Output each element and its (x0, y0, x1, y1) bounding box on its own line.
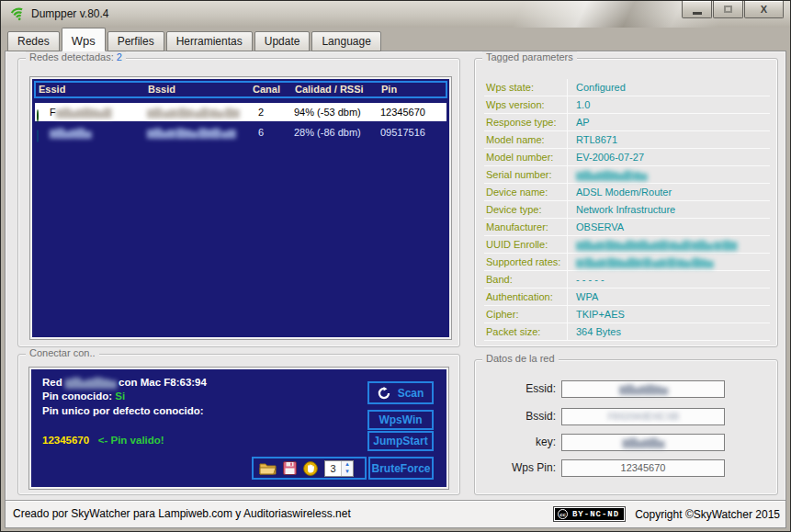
manufacturer-value: OBSERVA (576, 219, 624, 235)
authentication-value: WPA (576, 289, 598, 305)
status-right-group: cc BY-NC-ND Copyright ©SkyWatcher 2015 (553, 501, 780, 527)
redes-detectadas-label: Redes detectadas: (29, 51, 114, 62)
network-row-2[interactable]: ▆▇▅▆▇▅ ▆▇▅▆.▇▆▅.▇▆▇.▅▆ 6 28% (-86 dbm) 0… (35, 123, 446, 141)
datos-red-groupbox: Datos de la red Essid: ▆▇▅▆▇▆▅ Bssid: F8… (474, 359, 778, 495)
attempts-value: 3 (325, 461, 341, 476)
param-row: Manufacturer:OBSERVA (484, 219, 770, 236)
calidad-cell: 28% (-86 dbm) (294, 123, 361, 141)
tab-language[interactable]: Language (311, 31, 380, 51)
save-icon[interactable] (283, 461, 297, 475)
conectar-groupbox: Conectar con.. Red ▆▇▅▆▇▆▅ con Mac F8:63… (17, 354, 460, 495)
column-canal[interactable]: Canal (253, 83, 280, 96)
jumpstart-button[interactable]: JumpStart (367, 431, 434, 451)
essid-cell: ▆▇▅▆▇▅ (50, 123, 91, 141)
wpswin-button[interactable]: WpsWin (367, 410, 434, 430)
param-row: Cipher:TKIP+AES (484, 306, 770, 323)
pin-cell: 12345670 (380, 103, 425, 121)
param-row: Device name:ADSL Modem/Router (484, 184, 770, 201)
param-row: Packet size:364 Bytes (484, 323, 770, 341)
valid-pin-value: 12345670 (42, 435, 89, 446)
column-calidad[interactable]: Calidad / RSSi (295, 83, 364, 96)
key-field-row: key: ▆▇▅▆▇▅ (475, 434, 777, 451)
param-row: UUID Enrolle:▆▇▅▆.▇▆▅▇▆▇▅▆▇.▆▅▇ ▆▇▅ ▆ ▇▆ (484, 236, 770, 254)
param-row: Wps state:Configured (484, 79, 770, 96)
bssid-field-label: Bssid: (475, 408, 556, 425)
tagged-parameters-groupbox: Tagged parameters Wps state:Configured W… (474, 58, 778, 347)
stepper-up-icon[interactable]: ▲ (342, 461, 353, 469)
pin-valido-line: 12345670 <- Pin valido! (42, 435, 164, 446)
bruteforce-button[interactable]: BruteForce (368, 457, 434, 480)
redes-detectadas-groupbox: Redes detectadas: 2 Essid Bssid Canal Ca… (17, 58, 460, 347)
wps-pin-field-row: Wps Pin: 12345670 (475, 459, 777, 477)
tab-wps[interactable]: Wps (62, 28, 106, 51)
close-button[interactable]: X (744, 1, 784, 18)
key-field-label: key: (475, 434, 556, 451)
app-window: Dumpper v.80.4 X Redes Wps Perfiles Herr… (0, 0, 791, 532)
cc-license-text: BY-NC-ND (572, 510, 619, 519)
param-row: Serial number:▆▇▅▆▇▆▅▇ ▆▅ (484, 166, 770, 184)
essid-field[interactable]: ▆▇▅▆▇▆▅ (561, 380, 725, 398)
copyright-text: Copyright ©SkyWatcher 2015 (635, 508, 780, 521)
network-row-1[interactable]: F▆▇▅▆▇▆▅▇ ▆▇.▅▆.▇▆.▅▇.▆▅.▇▆ 2 94% (-53 d… (35, 103, 446, 121)
status-bar: Creado por SkyWatcher para Lampiweb.com … (6, 500, 785, 527)
essid-field-label: Essid: (475, 380, 556, 398)
column-essid[interactable]: Essid (39, 83, 65, 96)
param-row: Response type:AP (484, 114, 770, 131)
param-row: Supported rates:▆ ▇▅▆ ▇▆▅▇▆ ▇ ▅▆ ▇ ▆▅ ▇▆… (484, 254, 770, 271)
open-folder-icon[interactable] (259, 461, 277, 476)
datos-red-legend: Datos de la red (482, 353, 559, 364)
wps-tab-page: Redes detectadas: 2 Essid Bssid Canal Ca… (5, 51, 786, 528)
canal-cell: 6 (258, 123, 264, 141)
essid-cell: F▆▇▅▆▇▆▅▇ (50, 103, 110, 121)
response-type-value: AP (576, 114, 590, 130)
serial-number-value: ▆▇▅▆▇▆▅▇ ▆▅ (576, 166, 647, 183)
wps-pin-field[interactable]: 12345670 (561, 459, 725, 477)
tagged-parameters-legend: Tagged parameters (482, 51, 577, 62)
tab-redes[interactable]: Redes (7, 31, 60, 51)
status-credit-text: Creado por SkyWatcher para Lampiweb.com … (13, 501, 351, 527)
minimize-button[interactable] (682, 1, 712, 18)
window-title: Dumpper v.80.4 (31, 7, 109, 20)
scan-button[interactable]: Scan (367, 381, 434, 404)
stepper-down-icon[interactable]: ▼ (342, 469, 353, 476)
column-pin[interactable]: Pin (381, 83, 397, 96)
wps-pin-field-label: Wps Pin: (475, 459, 556, 477)
bssid-field-row: Bssid: F8:63:94:8D:6C:6B (475, 408, 777, 425)
conectar-panel: Red ▆▇▅▆▇▆▅ con Mac F8:63:94 Pin conocid… (29, 368, 448, 489)
tab-herramientas[interactable]: Herramientas (166, 31, 253, 51)
param-row: Wps version:1.0 (484, 96, 770, 114)
networks-listview[interactable]: Essid Bssid Canal Calidad / RSSi Pin F▆▇… (30, 77, 451, 339)
bruteforce-toolbar: 3 ▲ ▼ (252, 457, 367, 480)
model-number-value: EV-2006-07-27 (576, 149, 644, 165)
model-name-value: RTL8671 (576, 131, 617, 148)
signal-strong-icon (37, 109, 39, 122)
param-row: Band:- - - - - (484, 271, 770, 289)
stop-hand-icon[interactable] (303, 461, 318, 476)
param-row: Model name:RTL8671 (484, 131, 770, 149)
close-icon: X (761, 5, 767, 15)
column-bssid[interactable]: Bssid (148, 83, 175, 96)
cc-logo-icon: cc (558, 509, 568, 519)
title-bar[interactable]: Dumpper v.80.4 X (1, 1, 790, 28)
tab-perfiles[interactable]: Perfiles (107, 31, 164, 51)
pin-unico-line: Pin unico por defecto conocido: (42, 405, 204, 416)
bssid-field[interactable]: F8:63:94:8D:6C:6B (561, 408, 725, 425)
refresh-icon (378, 387, 390, 400)
tagged-parameters-grid: Wps state:Configured Wps version:1.0 Res… (484, 79, 770, 341)
device-name-value: ADSL Modem/Router (576, 184, 672, 200)
tab-update[interactable]: Update (254, 31, 311, 51)
maximize-button[interactable] (713, 1, 743, 18)
attempts-stepper[interactable]: 3 ▲ ▼ (324, 460, 354, 477)
redes-detectadas-legend: Redes detectadas: 2 (26, 51, 126, 62)
param-row: Model number:EV-2006-07-27 (484, 149, 770, 166)
key-field[interactable]: ▆▇▅▆▇▅ (561, 434, 725, 451)
cipher-value: TKIP+AES (576, 306, 625, 323)
bssid-cell: ▆▇.▅▆.▇▆.▅▇.▆▅.▇▆ (147, 103, 239, 121)
scan-label: Scan (398, 387, 424, 400)
listview-header[interactable]: Essid Bssid Canal Calidad / RSSi Pin (34, 81, 447, 98)
param-row: Device type:Network Infrastructure (484, 201, 770, 219)
pin-valido-note: <- Pin valido! (98, 435, 164, 446)
redes-count: 2 (117, 51, 122, 62)
uuid-enrolle-value: ▆▇▅▆.▇▆▅▇▆▇▅▆▇.▆▅▇ ▆▇▅ ▆ ▇▆ (576, 236, 736, 253)
calidad-cell: 94% (-53 dbm) (294, 103, 361, 121)
